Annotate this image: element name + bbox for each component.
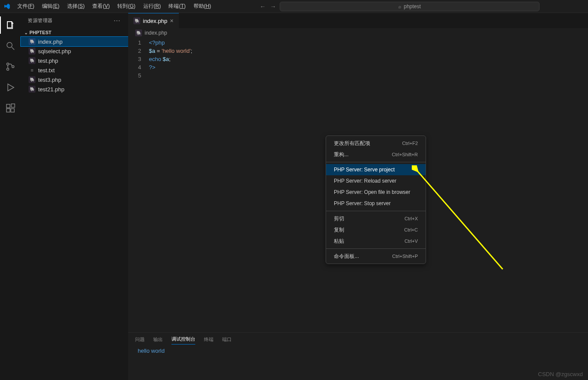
panel-tab[interactable]: 终端	[204, 335, 213, 345]
menu-item[interactable]: 转到(G)	[114, 1, 139, 12]
php-icon: 🐘	[133, 17, 140, 24]
context-menu-item[interactable]: 重构...Ctrl+Shift+R	[326, 149, 426, 160]
php-icon: 🐘	[29, 57, 36, 64]
php-icon: 🐘	[29, 86, 36, 93]
menu-shortcut: Ctrl+F2	[402, 141, 418, 146]
menu-item[interactable]: 运行(R)	[140, 1, 165, 12]
menu-label: 粘贴	[334, 238, 344, 245]
sidebar: 资源管理器 ⋯ ⌄ PHPTEST 🐘index.php🐘sqlselect.p…	[21, 13, 128, 380]
tab-label: index.php	[143, 18, 167, 24]
svg-rect-8	[11, 104, 15, 107]
panel-tab[interactable]: 调试控制台	[171, 334, 195, 345]
sidebar-more-icon[interactable]: ⋯	[113, 16, 121, 25]
nav-forward-icon[interactable]: →	[270, 3, 276, 10]
vscode-logo-icon	[3, 3, 10, 10]
breadcrumbs[interactable]: 🐘 index.php	[128, 28, 588, 38]
file-item[interactable]: 🐘test21.php	[21, 84, 128, 94]
panel-tab[interactable]: 问题	[135, 335, 145, 345]
main: 资源管理器 ⋯ ⌄ PHPTEST 🐘index.php🐘sqlselect.p…	[0, 13, 588, 380]
file-label: test.txt	[38, 67, 55, 74]
menu-separator	[326, 211, 426, 211]
svg-rect-6	[6, 109, 10, 112]
context-menu-item[interactable]: PHP Server: Stop server	[326, 198, 426, 209]
output-text: hello world	[138, 348, 165, 354]
context-menu-item[interactable]: PHP Server: Reload server	[326, 175, 426, 187]
menu-item[interactable]: 编辑(E)	[39, 1, 63, 12]
tab-close-icon[interactable]: ×	[170, 17, 173, 24]
menu-shortcut: Ctrl+C	[404, 227, 418, 232]
context-menu-item[interactable]: 粘贴Ctrl+V	[326, 235, 426, 247]
panel-tab[interactable]: 输出	[153, 335, 163, 345]
editor-body[interactable]: 12345 <?php $a = 'hello world'; echo $a;…	[128, 38, 588, 332]
file-label: test3.php	[38, 77, 61, 83]
php-icon: 🐘	[29, 38, 36, 45]
file-item[interactable]: 🐘test.php	[21, 56, 128, 65]
file-label: sqlselect.php	[38, 48, 71, 55]
sidebar-section: ⌄ PHPTEST 🐘index.php🐘sqlselect.php🐘test.…	[21, 28, 128, 95]
menu-label: PHP Server: Open file in browser	[334, 189, 410, 195]
titlebar-center: ← → ⌕ phptest	[214, 2, 585, 11]
activity-explorer[interactable]	[0, 16, 21, 34]
svg-rect-5	[6, 104, 10, 108]
context-menu-item[interactable]: 命令面板...Ctrl+Shift+P	[326, 251, 426, 262]
activity-extensions[interactable]	[0, 100, 21, 117]
breadcrumb-text: index.php	[145, 30, 167, 36]
panel-tab[interactable]: 端口	[222, 335, 232, 345]
menu-bar: 文件(F)编辑(E)选择(S)查看(V)转到(G)运行(R)终端(T)帮助(H)	[14, 1, 214, 12]
svg-point-3	[7, 68, 9, 71]
titlebar: 文件(F)编辑(E)选择(S)查看(V)转到(G)运行(R)终端(T)帮助(H)…	[0, 0, 588, 13]
php-icon: 🐘	[29, 76, 36, 83]
context-menu-item[interactable]: 复制Ctrl+C	[326, 224, 426, 235]
search-box[interactable]: ⌕ phptest	[280, 2, 540, 11]
menu-shortcut: Ctrl+Shift+P	[392, 254, 418, 259]
file-item[interactable]: 🐘index.php	[21, 37, 128, 46]
menu-separator	[326, 248, 426, 249]
context-menu-item[interactable]: 剪切Ctrl+X	[326, 213, 426, 224]
menu-label: PHP Server: Stop server	[334, 200, 391, 206]
menu-item[interactable]: 文件(F)	[14, 1, 38, 12]
file-label: test.php	[38, 58, 58, 64]
menu-label: 复制	[334, 226, 344, 234]
svg-line-1	[12, 47, 14, 50]
activity-search[interactable]	[0, 37, 21, 55]
menu-label: 更改所有匹配项	[334, 140, 370, 147]
context-menu-item[interactable]: PHP Server: Open file in browser	[326, 187, 426, 198]
search-icon: ⌕	[398, 4, 401, 9]
file-item[interactable]: 🐘test3.php	[21, 75, 128, 84]
project-header[interactable]: ⌄ PHPTEST	[21, 29, 128, 36]
menu-shortcut: Ctrl+V	[404, 238, 418, 244]
menu-item[interactable]: 选择(S)	[64, 1, 88, 12]
activity-bar	[0, 13, 21, 380]
nav-back-icon[interactable]: ←	[260, 3, 266, 10]
nav-arrows: ← →	[260, 3, 276, 10]
tab-index-php[interactable]: 🐘 index.php ×	[128, 13, 179, 28]
menu-separator	[326, 162, 426, 162]
file-label: test21.php	[38, 86, 65, 93]
chevron-down-icon: ⌄	[24, 30, 28, 35]
context-menu-item[interactable]: PHP Server: Serve project	[326, 164, 426, 175]
editor-area: 🐘 index.php × 🐘 index.php 12345 <?php $a…	[128, 13, 588, 380]
php-icon: 🐘	[29, 48, 36, 55]
menu-item[interactable]: 帮助(H)	[190, 1, 215, 12]
context-menu: 更改所有匹配项Ctrl+F2重构...Ctrl+Shift+RPHP Serve…	[326, 135, 426, 264]
activity-debug[interactable]	[0, 79, 21, 96]
menu-item[interactable]: 终端(T)	[165, 1, 189, 12]
svg-point-2	[7, 63, 9, 65]
activity-source-control[interactable]	[0, 58, 21, 75]
svg-point-0	[7, 42, 12, 48]
search-text: phptest	[404, 3, 421, 10]
context-menu-item[interactable]: 更改所有匹配项Ctrl+F2	[326, 138, 426, 149]
file-item[interactable]: ≡test.txt	[21, 65, 128, 75]
menu-shortcut: Ctrl+X	[404, 216, 418, 221]
project-name: PHPTEST	[29, 30, 52, 35]
menu-item[interactable]: 查看(V)	[89, 1, 113, 12]
panel-output[interactable]: hello world	[128, 346, 588, 380]
menu-label: 命令面板...	[334, 253, 359, 260]
txt-icon: ≡	[29, 67, 36, 74]
editor-tabs: 🐘 index.php ×	[128, 13, 588, 28]
file-item[interactable]: 🐘sqlselect.php	[21, 46, 128, 56]
menu-shortcut: Ctrl+Shift+R	[392, 152, 418, 157]
menu-label: PHP Server: Serve project	[334, 167, 395, 173]
watermark: CSDN @zgscwxd	[538, 371, 583, 377]
menu-label: PHP Server: Reload server	[334, 178, 397, 184]
